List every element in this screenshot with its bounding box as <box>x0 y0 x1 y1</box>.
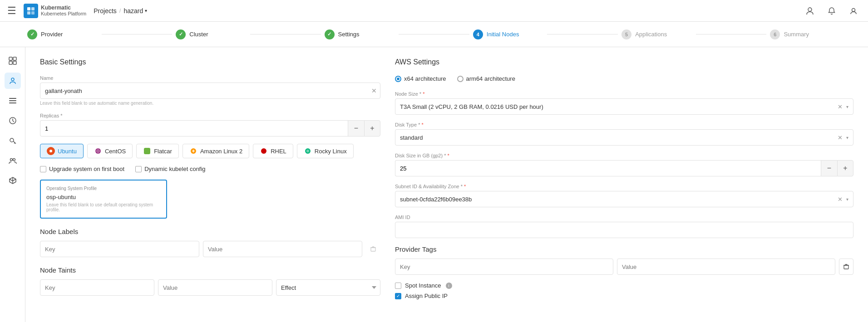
node-size-clear-icon[interactable]: ✕ <box>838 103 843 110</box>
svg-rect-27 <box>844 265 848 269</box>
provider-tags-value-input[interactable] <box>617 259 835 275</box>
arch-arm64-text: arm64 architecture <box>466 75 515 82</box>
sidebar-item-list[interactable] <box>5 93 21 109</box>
os-button-centos[interactable]: CentOS <box>87 144 133 158</box>
step-circle-3: ✓ <box>325 29 335 39</box>
step-line-5 <box>696 34 767 34</box>
sidebar-item-history[interactable] <box>5 112 21 129</box>
sidebar-item-grid[interactable] <box>5 53 21 69</box>
disk-type-select[interactable]: standard ✕ ▾ <box>395 129 853 146</box>
os-button-rhel[interactable]: RHEL <box>253 144 293 158</box>
subnet-label: Subnet ID & Availability Zone * <box>395 184 853 189</box>
step-circle-5: 5 <box>621 29 631 39</box>
node-taint-value-input[interactable] <box>158 279 272 296</box>
wizard-step-summary[interactable]: 6 Summary <box>770 29 841 39</box>
arch-arm64-radio[interactable] <box>457 76 464 82</box>
chevron-down-icon: ▾ <box>145 8 147 13</box>
ami-input[interactable] <box>395 222 853 238</box>
top-nav: ☰ Kubermatic Kubernetes Platform Project… <box>0 0 868 22</box>
spot-instance-info-icon[interactable]: i <box>446 283 452 289</box>
provider-tags-key-input[interactable] <box>395 259 613 275</box>
spot-instance-label: Spot Instance <box>405 282 441 289</box>
sidebar-item-group[interactable] <box>5 152 21 169</box>
arch-x64-radio[interactable] <box>395 76 401 82</box>
replicas-decrement-button[interactable]: − <box>348 120 364 137</box>
kubelet-checkbox[interactable] <box>135 166 142 172</box>
node-taint-key-input[interactable] <box>40 279 154 296</box>
sidebar-item-key[interactable] <box>5 132 21 149</box>
account-icon[interactable] <box>846 4 861 18</box>
upgrade-checkbox[interactable] <box>40 166 46 172</box>
replicas-row: − + <box>40 120 380 137</box>
provider-tags-add-button[interactable] <box>839 259 853 275</box>
os-button-ubuntu[interactable]: Ubuntu <box>40 144 84 158</box>
os-button-flatcar[interactable]: Flatcar <box>136 144 179 158</box>
arch-x64-label[interactable]: x64 architecture <box>395 75 446 82</box>
user-avatar-icon[interactable] <box>803 4 817 18</box>
amazon-linux-icon <box>189 147 197 155</box>
os-profile-value: osp-ubuntu <box>46 194 161 200</box>
step-label-provider: Provider <box>41 31 63 38</box>
step-label-applications: Applications <box>635 31 667 38</box>
name-clear-button[interactable]: ✕ <box>371 87 377 94</box>
project-link[interactable]: hazard ▾ <box>123 7 147 15</box>
notifications-icon[interactable] <box>824 4 839 18</box>
disk-size-input[interactable] <box>395 160 821 176</box>
rocky-linux-icon <box>304 147 312 155</box>
replicas-increment-button[interactable]: + <box>364 120 380 137</box>
node-size-select[interactable]: T3A Small (2 vCPU, 2 GB RAM, 0.0216 USD … <box>395 98 853 115</box>
projects-link[interactable]: Projects <box>94 7 117 15</box>
subnet-clear-icon[interactable]: ✕ <box>838 196 843 203</box>
sidebar-item-users[interactable] <box>5 73 21 89</box>
disk-size-decrement-button[interactable]: − <box>821 160 837 176</box>
svg-rect-3 <box>31 11 35 15</box>
logo-icon <box>24 4 38 18</box>
step-circle-6: 6 <box>770 29 780 39</box>
step-line-3 <box>399 34 469 34</box>
flatcar-icon <box>143 147 151 155</box>
subnet-select[interactable]: subnet-0cfda22f6b09ee38b ✕ ▾ <box>395 191 853 207</box>
svg-rect-21 <box>144 148 150 154</box>
layout: Basic Settings Name ✕ Leave this field b… <box>0 47 868 322</box>
wizard-step-initial-nodes[interactable]: 4 Initial Nodes <box>473 29 544 39</box>
name-input[interactable] <box>40 83 380 99</box>
replicas-input[interactable] <box>40 120 348 137</box>
name-hint: Leave this field blank to use automatic … <box>40 101 380 106</box>
node-taint-effect-select[interactable]: Effect NoSchedule PreferNoSchedule NoExe… <box>276 279 380 296</box>
logo: Kubermatic Kubernetes Platform <box>24 4 86 18</box>
spot-instance-checkbox[interactable] <box>395 283 401 289</box>
provider-tags-row <box>395 259 853 275</box>
svg-point-16 <box>10 159 12 161</box>
node-label-delete-button[interactable] <box>366 241 380 257</box>
wizard-step-applications[interactable]: 5 Applications <box>621 29 692 39</box>
os-button-rocky-linux[interactable]: Rocky Linux <box>297 144 354 158</box>
disk-size-increment-button[interactable]: + <box>837 160 853 176</box>
menu-icon[interactable]: ☰ <box>7 5 16 17</box>
svg-rect-7 <box>13 57 16 60</box>
svg-point-25 <box>306 150 309 152</box>
assign-public-ip-checkbox[interactable] <box>395 293 401 299</box>
sidebar-item-package[interactable] <box>5 172 21 189</box>
svg-point-4 <box>808 8 812 11</box>
disk-size-form-group: Disk Size in GB (gp2) * − + <box>395 153 853 176</box>
arch-arm64-label[interactable]: arm64 architecture <box>457 75 515 82</box>
subnet-select-wrapper: subnet-0cfda22f6b09ee38b ✕ ▾ <box>395 191 853 207</box>
aws-settings-title: AWS Settings <box>395 58 853 66</box>
kubelet-checkbox-label[interactable]: Dynamic kubelet config <box>135 166 205 172</box>
disk-type-chevron-icon: ▾ <box>846 135 848 140</box>
svg-rect-1 <box>31 7 35 10</box>
upgrade-checkbox-label[interactable]: Upgrade system on first boot <box>40 166 124 172</box>
os-button-amazon-linux[interactable]: Amazon Linux 2 <box>182 144 249 158</box>
node-label-value-input[interactable] <box>203 241 362 257</box>
wizard-step-provider[interactable]: ✓ Provider <box>27 29 98 39</box>
wizard-step-cluster[interactable]: ✓ Cluster <box>176 29 247 39</box>
disk-type-label: Disk Type * <box>395 122 853 127</box>
os-profile-label: Operating System Profile <box>46 186 161 191</box>
node-label-key-input[interactable] <box>40 241 199 257</box>
assign-public-ip-label: Assign Public IP <box>405 293 448 299</box>
disk-type-clear-icon[interactable]: ✕ <box>838 134 843 141</box>
svg-rect-2 <box>27 11 30 15</box>
name-form-group: Name ✕ Leave this field blank to use aut… <box>40 75 380 106</box>
wizard-step-settings[interactable]: ✓ Settings <box>325 29 395 39</box>
node-labels-row <box>40 241 380 257</box>
